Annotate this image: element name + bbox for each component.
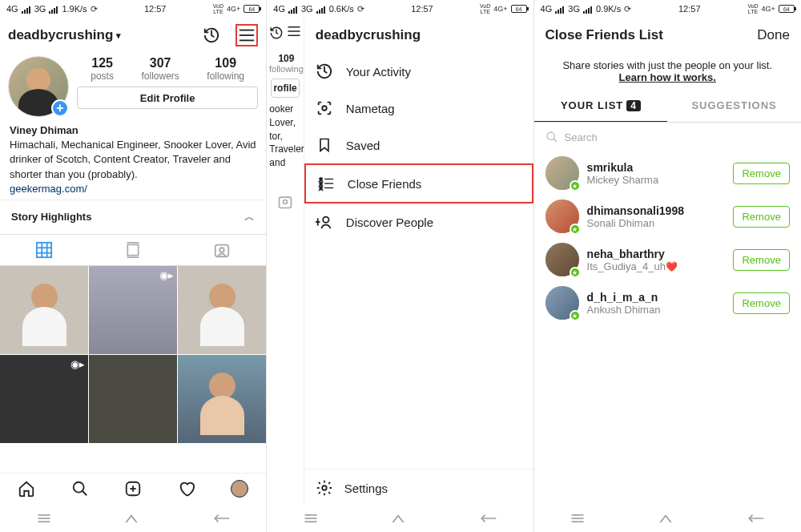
- svg-point-26: [322, 106, 327, 111]
- post-thumbnail[interactable]: [178, 355, 266, 443]
- activity-icon: [269, 26, 284, 40]
- followers-stat[interactable]: 307followers: [141, 56, 179, 82]
- story-highlights-toggle[interactable]: Story Highlights ︿: [0, 200, 266, 234]
- bio-link[interactable]: geekermag.com/: [10, 182, 256, 196]
- edit-profile-partial: rofile: [271, 79, 299, 98]
- search-input[interactable]: Search: [534, 123, 801, 151]
- home-button[interactable]: [390, 513, 406, 526]
- tab-feed[interactable]: [89, 235, 178, 265]
- status-bar: 4G 3G 0.6K/s ⟳ 12:57 VoDLTE 4G+ 64: [267, 0, 533, 18]
- hd-icon: 4G+: [493, 5, 507, 13]
- data-speed: 1.9K/s: [62, 4, 87, 14]
- page-title: Close Friends List: [545, 27, 663, 43]
- battery-icon: 64: [779, 5, 795, 13]
- recents-button[interactable]: [303, 513, 319, 526]
- svg-point-38: [547, 132, 554, 139]
- sig-label: 3G: [568, 4, 580, 14]
- tab-tagged-icon: [277, 194, 293, 210]
- new-post-icon[interactable]: [124, 480, 142, 500]
- screen-menu: 4G 3G 0.6K/s ⟳ 12:57 VoDLTE 4G+ 64: [267, 0, 533, 532]
- home-icon[interactable]: [18, 480, 35, 500]
- post-thumbnail[interactable]: ◉▸: [0, 355, 88, 443]
- partial-profile-behind: 7vers 109following rofile ooker Lover, t…: [267, 18, 304, 506]
- lte-icon: VoDLTE: [480, 3, 490, 14]
- home-button[interactable]: [658, 513, 674, 526]
- sync-icon: ⟳: [357, 4, 364, 14]
- profile-avatar[interactable]: +: [8, 56, 69, 117]
- heart-icon[interactable]: [178, 480, 195, 500]
- sig-label: 3G: [301, 4, 313, 14]
- back-button[interactable]: [746, 513, 765, 526]
- menu-settings[interactable]: Settings: [304, 469, 533, 506]
- friend-username[interactable]: neha_bharthry: [587, 248, 726, 260]
- chevron-down-icon: ▾: [116, 30, 121, 41]
- photo-grid: ◉▸ ◉▸: [0, 266, 266, 443]
- avatar[interactable]: [545, 200, 579, 233]
- friend-name: Its_Gudiya_4_uh❤️: [587, 260, 726, 272]
- lte-icon: VoDLTE: [747, 3, 758, 14]
- friend-name: Sonali Dhiman: [587, 217, 726, 229]
- menu-label: Saved: [346, 139, 380, 152]
- friend-username[interactable]: d_h_i_m_a_n: [587, 291, 726, 304]
- close-friends-tabs: YOUR LIST4 SUGGESTIONS: [534, 90, 801, 123]
- profile-nav-avatar[interactable]: [231, 480, 248, 500]
- menu-close-friends[interactable]: Close Friends: [304, 163, 533, 204]
- star-badge-icon: [570, 267, 581, 278]
- menu-discover-people[interactable]: Discover People: [304, 204, 533, 240]
- post-thumbnail[interactable]: [178, 266, 266, 354]
- username-dropdown[interactable]: deadbycrushing ▾: [8, 27, 121, 43]
- post-thumbnail[interactable]: [89, 355, 177, 443]
- remove-button[interactable]: Remove: [733, 206, 789, 228]
- done-button[interactable]: Done: [757, 27, 790, 43]
- menu-nametag[interactable]: Nametag: [304, 90, 533, 127]
- back-button[interactable]: [211, 513, 231, 526]
- system-nav: [267, 506, 533, 532]
- remove-button[interactable]: Remove: [733, 292, 789, 314]
- avatar[interactable]: [545, 156, 579, 190]
- tab-your-list[interactable]: YOUR LIST4: [534, 90, 668, 122]
- friend-username[interactable]: dhimansonali1998: [587, 204, 726, 217]
- remove-button[interactable]: Remove: [733, 249, 789, 271]
- edit-profile-button[interactable]: Edit Profile: [77, 87, 258, 109]
- hamburger-menu-button[interactable]: [235, 24, 258, 46]
- search-icon[interactable]: [71, 480, 89, 500]
- tab-suggestions[interactable]: SUGGESTIONS: [667, 90, 801, 122]
- star-badge-icon: [570, 224, 581, 235]
- following-stat[interactable]: 109following: [207, 56, 244, 82]
- profile-tabs: [0, 234, 266, 266]
- discover-icon: [316, 213, 333, 231]
- star-badge-icon: [570, 180, 581, 191]
- battery-icon: 64: [511, 5, 527, 13]
- menu-your-activity[interactable]: Your Activity: [304, 53, 533, 90]
- signal-icon-2: [49, 4, 58, 14]
- recents-button[interactable]: [36, 513, 52, 526]
- menu-saved[interactable]: Saved: [304, 127, 533, 163]
- tab-grid[interactable]: [0, 235, 89, 265]
- avatar[interactable]: [545, 286, 579, 320]
- svg-line-39: [553, 139, 557, 142]
- tab-tagged[interactable]: [178, 235, 267, 265]
- activity-button[interactable]: [200, 24, 223, 46]
- avatar[interactable]: [545, 243, 579, 276]
- signal-icon: [288, 4, 298, 14]
- posts-stat[interactable]: 125posts: [91, 56, 114, 82]
- system-nav: [0, 506, 266, 532]
- post-thumbnail[interactable]: ◉▸: [89, 266, 177, 354]
- add-story-icon[interactable]: +: [51, 99, 69, 117]
- friend-username[interactable]: smrikula: [587, 161, 726, 174]
- learn-link[interactable]: Learn how it works.: [619, 71, 716, 83]
- friend-row: neha_bharthryIts_Gudiya_4_uh❤️ Remove: [534, 238, 801, 281]
- home-button[interactable]: [123, 513, 139, 526]
- recents-button[interactable]: [570, 513, 586, 526]
- remove-button[interactable]: Remove: [733, 163, 789, 184]
- post-thumbnail[interactable]: [0, 266, 88, 354]
- svg-rect-11: [215, 245, 229, 257]
- system-nav: [534, 506, 801, 532]
- battery-icon: 64: [244, 5, 260, 13]
- svg-rect-24: [280, 197, 292, 208]
- back-button[interactable]: [478, 513, 497, 526]
- close-friends-description: Share stories with just the people on yo…: [534, 53, 801, 90]
- bio-partial: ooker Lover, tor, Traveler and: [267, 98, 304, 170]
- friend-row: dhimansonali1998Sonali Dhiman Remove: [534, 195, 801, 238]
- menu-label: Settings: [344, 482, 388, 495]
